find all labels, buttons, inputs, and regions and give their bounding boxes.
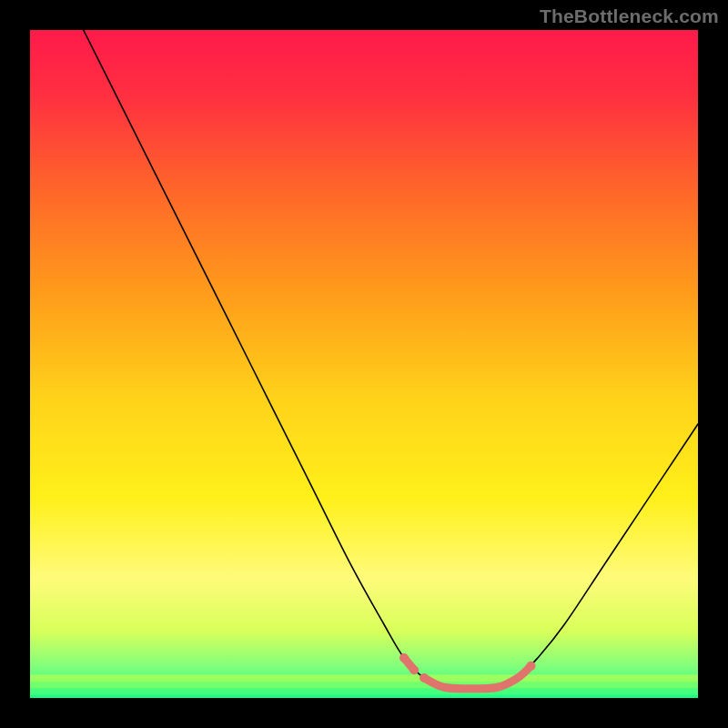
svg-rect-0 [30,30,698,698]
highlight-dot [399,653,409,662]
plot-area [30,30,698,698]
highlight-dot [527,662,536,671]
highlight-dot [410,665,419,674]
highlight-dot [420,673,429,682]
svg-rect-4 [30,694,698,698]
chart-svg [30,30,698,698]
chart-container: TheBottleneck.com [0,0,728,728]
attribution-text: TheBottleneck.com [540,5,719,27]
